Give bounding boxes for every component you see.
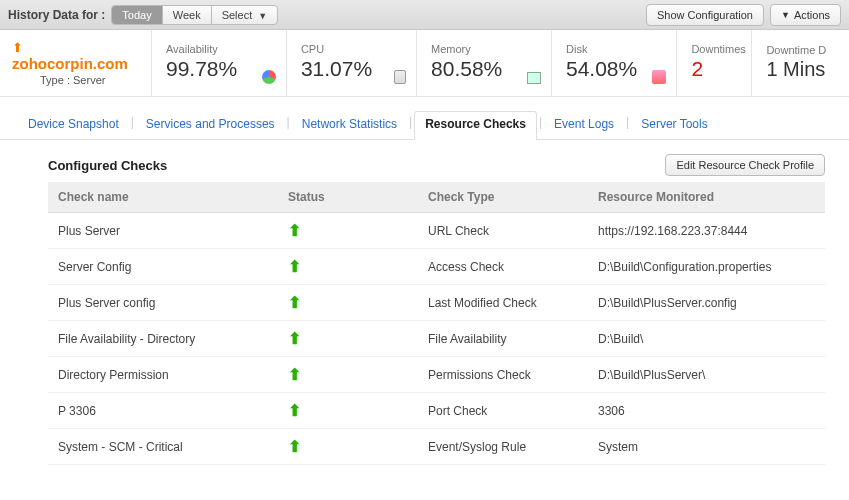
cell-check-type: Last Modified Check bbox=[418, 285, 588, 321]
history-label: History Data for : bbox=[8, 8, 105, 22]
range-segmented: Today Week Select ▼ bbox=[111, 5, 278, 25]
metric-value: 2 bbox=[691, 57, 741, 81]
metric-value: 80.58% bbox=[431, 57, 541, 81]
cell-resource: https://192.168.223.37:8444 bbox=[588, 213, 825, 249]
table-row[interactable]: P 3306⬆Port Check3306 bbox=[48, 393, 825, 429]
cell-resource: D:\Build\PlusServer\ bbox=[588, 357, 825, 393]
cell-status: ⬆ bbox=[278, 213, 418, 249]
col-status: Status bbox=[278, 182, 418, 213]
metric-label: Downtime D bbox=[766, 44, 839, 56]
metric-label: Memory bbox=[431, 43, 541, 55]
metric-label: Disk bbox=[566, 43, 666, 55]
metric-value: 54.08% bbox=[566, 57, 666, 81]
table-row[interactable]: System - SCM - Critical⬆Event/Syslog Rul… bbox=[48, 429, 825, 465]
cpu-chip-icon bbox=[394, 70, 406, 84]
show-configuration-button[interactable]: Show Configuration bbox=[646, 4, 764, 26]
table-row[interactable]: Directory Permission⬆Permissions CheckD:… bbox=[48, 357, 825, 393]
cell-status: ⬆ bbox=[278, 285, 418, 321]
col-check-name: Check name bbox=[48, 182, 278, 213]
cell-resource: D:\Build\Configuration.properties bbox=[588, 249, 825, 285]
range-week[interactable]: Week bbox=[163, 6, 212, 24]
tab-separator: | bbox=[624, 115, 631, 135]
cell-status: ⬆ bbox=[278, 429, 418, 465]
table-header-row: Check name Status Check Type Resource Mo… bbox=[48, 182, 825, 213]
cell-check-name: P 3306 bbox=[48, 393, 278, 429]
cell-check-name: File Availability - Directory bbox=[48, 321, 278, 357]
checks-table: Check name Status Check Type Resource Mo… bbox=[48, 182, 825, 465]
metric-value: 99.78% bbox=[166, 57, 276, 81]
status-up-icon: ⬆ bbox=[12, 40, 23, 55]
metric-memory: Memory 80.58% bbox=[417, 30, 552, 96]
metric-label: Downtimes bbox=[691, 43, 741, 55]
content-area: Configured Checks Edit Resource Check Pr… bbox=[0, 140, 849, 495]
metric-label: Availability bbox=[166, 43, 276, 55]
cell-resource: System bbox=[588, 429, 825, 465]
caret-down-icon: ▼ bbox=[258, 11, 267, 21]
tab-network-statistics[interactable]: Network Statistics bbox=[292, 112, 407, 139]
table-row[interactable]: Server Config⬆Access CheckD:\Build\Confi… bbox=[48, 249, 825, 285]
edit-resource-check-profile-button[interactable]: Edit Resource Check Profile bbox=[665, 154, 825, 176]
range-select-label: Select bbox=[222, 9, 253, 21]
disk-icon bbox=[652, 70, 666, 84]
pie-chart-icon bbox=[262, 70, 276, 84]
server-identity: ⬆ zohocorpin.com Type : Server bbox=[0, 30, 152, 96]
metrics-row: ⬆ zohocorpin.com Type : Server Availabil… bbox=[0, 30, 849, 97]
tab-separator: | bbox=[407, 115, 414, 135]
cell-check-name: Plus Server config bbox=[48, 285, 278, 321]
table-row[interactable]: Plus Server config⬆Last Modified CheckD:… bbox=[48, 285, 825, 321]
table-row[interactable]: File Availability - Directory⬆File Avail… bbox=[48, 321, 825, 357]
table-row[interactable]: Plus Server⬆URL Checkhttps://192.168.223… bbox=[48, 213, 825, 249]
cell-check-type: File Availability bbox=[418, 321, 588, 357]
cell-status: ⬆ bbox=[278, 321, 418, 357]
metric-value: 1 Mins bbox=[766, 58, 839, 81]
metric-cpu: CPU 31.07% bbox=[287, 30, 417, 96]
metric-label: CPU bbox=[301, 43, 406, 55]
cell-status: ⬆ bbox=[278, 249, 418, 285]
range-select[interactable]: Select ▼ bbox=[212, 6, 278, 24]
metric-disk: Disk 54.08% bbox=[552, 30, 677, 96]
col-check-type: Check Type bbox=[418, 182, 588, 213]
status-up-icon: ⬆ bbox=[288, 401, 301, 420]
cell-resource: D:\Build\ bbox=[588, 321, 825, 357]
tab-separator: | bbox=[285, 115, 292, 135]
actions-button[interactable]: ▼ Actions bbox=[770, 4, 841, 26]
cell-resource: D:\Build\PlusServer.config bbox=[588, 285, 825, 321]
tab-resource-checks[interactable]: Resource Checks bbox=[414, 111, 537, 140]
server-type: Type : Server bbox=[12, 74, 143, 86]
tab-bar: Device Snapshot | Services and Processes… bbox=[0, 97, 849, 140]
history-topbar: History Data for : Today Week Select ▼ S… bbox=[0, 0, 849, 30]
status-up-icon: ⬆ bbox=[288, 293, 301, 312]
metric-downtime-duration: Downtime D 1 Mins bbox=[752, 30, 849, 96]
status-up-icon: ⬆ bbox=[288, 365, 301, 384]
cell-check-type: Access Check bbox=[418, 249, 588, 285]
range-today[interactable]: Today bbox=[112, 6, 162, 24]
status-up-icon: ⬆ bbox=[288, 257, 301, 276]
server-domain[interactable]: zohocorpin.com bbox=[12, 55, 128, 72]
cell-check-name: Server Config bbox=[48, 249, 278, 285]
tab-services-processes[interactable]: Services and Processes bbox=[136, 112, 285, 139]
cell-status: ⬆ bbox=[278, 357, 418, 393]
cell-check-type: URL Check bbox=[418, 213, 588, 249]
cell-check-name: System - SCM - Critical bbox=[48, 429, 278, 465]
tab-separator: | bbox=[129, 115, 136, 135]
status-up-icon: ⬆ bbox=[288, 437, 301, 456]
cell-check-type: Port Check bbox=[418, 393, 588, 429]
cell-check-name: Directory Permission bbox=[48, 357, 278, 393]
tab-event-logs[interactable]: Event Logs bbox=[544, 112, 624, 139]
metric-downtimes: Downtimes 2 bbox=[677, 30, 752, 96]
caret-down-icon: ▼ bbox=[781, 10, 790, 20]
cell-resource: 3306 bbox=[588, 393, 825, 429]
col-resource-monitored: Resource Monitored bbox=[588, 182, 825, 213]
metric-availability: Availability 99.78% bbox=[152, 30, 287, 96]
cell-check-name: Plus Server bbox=[48, 213, 278, 249]
memory-icon bbox=[527, 72, 541, 84]
status-up-icon: ⬆ bbox=[288, 329, 301, 348]
status-up-icon: ⬆ bbox=[288, 221, 301, 240]
tab-device-snapshot[interactable]: Device Snapshot bbox=[18, 112, 129, 139]
cell-check-type: Permissions Check bbox=[418, 357, 588, 393]
tab-server-tools[interactable]: Server Tools bbox=[631, 112, 717, 139]
metric-value: 31.07% bbox=[301, 57, 406, 81]
cell-status: ⬆ bbox=[278, 393, 418, 429]
tab-separator: | bbox=[537, 115, 544, 135]
actions-label: Actions bbox=[794, 9, 830, 21]
